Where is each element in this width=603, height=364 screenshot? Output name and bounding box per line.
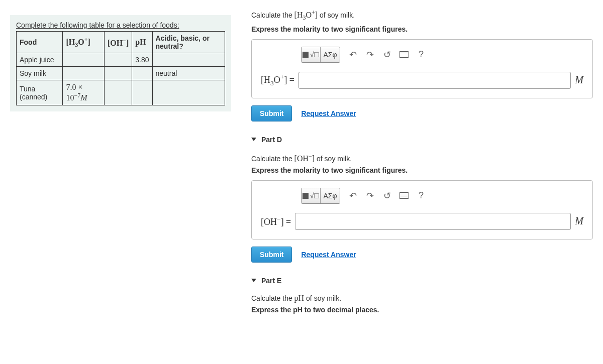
cell-abn [152,53,225,67]
help-button[interactable]: ? [413,188,430,203]
chevron-down-icon [251,279,256,282]
templates-button[interactable]: √□ [301,47,321,62]
greek-button[interactable]: ΑΣφ [321,47,340,62]
cell-abn: neutral [152,67,225,80]
cell-food: Soy milk [17,67,63,80]
th-food: Food [17,32,63,53]
part-e-header[interactable]: Part E [251,277,593,285]
table-row: Apple juice 3.80 [17,53,225,67]
part-d-title: Part D [261,136,282,144]
keyboard-button[interactable] [395,47,413,62]
cell-ph [132,80,152,105]
unit-d: M [575,215,583,227]
cell-oh [104,53,132,67]
part-e-section: Calculate the pH of soy milk. Express th… [251,294,593,314]
equation-toolbar: √□ ΑΣφ ↶ ↷ ↺ ? [301,188,430,204]
question-table-panel: Complete the following table for a selec… [10,15,231,111]
answer-input-d[interactable] [295,213,571,230]
part-d-section: Calculate the [OH−] of soy milk. Express… [251,153,593,263]
part-d-prompt: Calculate the [OH−] of soy milk. [251,153,593,163]
cell-food: Tuna (canned) [17,80,63,105]
foods-table: Food [H3O+] [OH−] pH Acidic, basic, or n… [16,31,225,105]
reset-button[interactable]: ↺ [378,47,395,62]
equation-toolbar: √□ ΑΣφ ↶ ↷ ↺ ? [301,47,430,63]
chevron-down-icon [251,138,256,141]
part-d-header[interactable]: Part D [251,136,593,144]
cell-h3o [63,53,104,67]
table-caption: Complete the following table for a selec… [16,21,225,29]
redo-button[interactable]: ↷ [361,188,378,203]
th-abn: Acidic, basic, or neutral? [152,32,225,53]
cell-oh [104,67,132,80]
submit-button-c[interactable]: Submit [251,105,292,122]
th-oh: [OH−] [104,32,132,53]
cell-ph [132,67,152,80]
request-answer-link-c[interactable]: Request Answer [301,109,356,117]
part-e-prompt: Calculate the pH of soy milk. [251,294,593,303]
greek-button[interactable]: ΑΣφ [321,188,340,203]
part-e-instr: Express the pH to two decimal places. [251,306,593,314]
answer-label-d: [OH−] = [261,215,291,227]
help-button[interactable]: ? [413,47,430,62]
unit-c: M [575,74,583,86]
part-c-section: Calculate the [H3O+] of soy milk. Expres… [251,9,593,122]
cell-h3o: 7.0 × 10−7M [63,80,104,105]
redo-button[interactable]: ↷ [361,47,378,62]
cell-oh [104,80,132,105]
table-row: Soy milk neutral [17,67,225,80]
cell-food: Apple juice [17,53,63,67]
submit-button-d[interactable]: Submit [251,247,292,263]
keyboard-button[interactable] [395,188,413,203]
templates-button[interactable]: √□ [301,188,321,203]
part-c-instr: Express the molarity to two significant … [251,25,593,33]
answer-box-c: √□ ΑΣφ ↶ ↷ ↺ ? [H3O+] = M [251,39,593,98]
answer-label-c: [H3O+] = [261,73,294,87]
cell-h3o [63,67,104,80]
undo-button[interactable]: ↶ [344,47,361,62]
undo-button[interactable]: ↶ [344,188,361,203]
part-e-title: Part E [261,277,281,285]
answer-input-c[interactable] [298,72,571,89]
table-row: Tuna (canned) 7.0 × 10−7M [17,80,225,105]
part-c-prompt: Calculate the [H3O+] of soy milk. [251,9,593,22]
part-d-instr: Express the molarity to two significant … [251,166,593,174]
th-ph: pH [132,32,152,53]
request-answer-link-d[interactable]: Request Answer [301,251,356,259]
th-h3o: [H3O+] [63,32,104,53]
reset-button[interactable]: ↺ [378,188,395,203]
cell-ph: 3.80 [132,53,152,67]
cell-abn [152,80,225,105]
answer-box-d: √□ ΑΣφ ↶ ↷ ↺ ? [OH−] = M [251,180,593,239]
